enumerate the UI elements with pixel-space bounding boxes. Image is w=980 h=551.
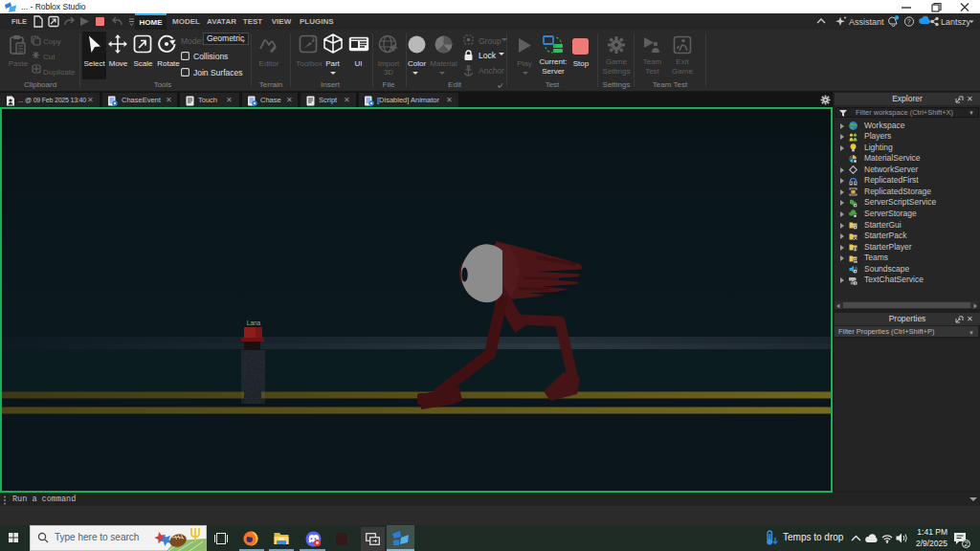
svg-text:2: 2 (964, 540, 968, 548)
svg-text:?: ? (907, 17, 911, 26)
svg-text:Lana: Lana (247, 320, 261, 326)
svg-text:Assistant: Assistant (849, 17, 884, 27)
svg-text:Lantszy: Lantszy (941, 17, 971, 27)
